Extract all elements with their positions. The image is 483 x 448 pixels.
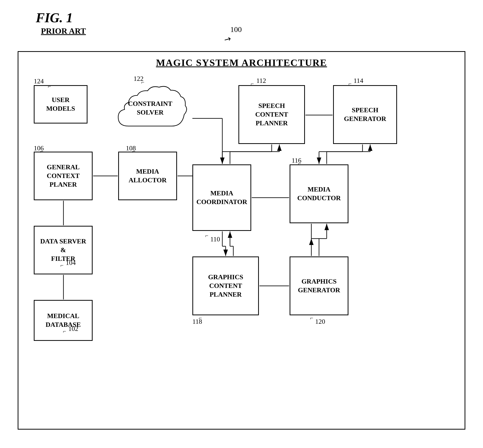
- diagram-box: MAGIC SYSTEM ARCHITECTURE: [18, 51, 465, 430]
- ref-104-brace: ⌐: [60, 262, 63, 269]
- speech-content-planner-label: SPEECHCONTENTPLANNER: [255, 102, 288, 127]
- ref-102-brace: ⌐: [63, 328, 66, 335]
- general-context-planer-label: GENERALCONTEXTPLANER: [47, 163, 80, 189]
- ref-100-label: 100: [230, 25, 242, 34]
- user-models-label: USERMODELS: [46, 96, 75, 113]
- general-context-planer-box: GENERALCONTEXTPLANER: [34, 152, 93, 200]
- ref-104: 104: [66, 259, 76, 267]
- media-conductor-box: MEDIACONDUCTOR: [290, 164, 348, 223]
- ref-120-brace: ⌐: [310, 315, 313, 321]
- medical-database-box: MEDICALDATABASE: [34, 300, 93, 341]
- ref-122-brace: ⌐: [141, 79, 144, 86]
- media-coordinator-box: MEDIACOORDINATOR: [192, 164, 251, 231]
- media-alloctor-label: MEDIAALLOCTOR: [129, 167, 167, 185]
- speech-generator-label: SPEECHGENERATOR: [344, 106, 386, 123]
- ref-110-brace: ⌐: [205, 232, 208, 239]
- media-coordinator-label: MEDIACOORDINATOR: [196, 189, 247, 206]
- ref-112: 112: [256, 77, 266, 85]
- fig-title: FIG. 1: [36, 10, 468, 25]
- prior-art-label: PRIOR ART: [41, 26, 468, 36]
- speech-content-planner-box: SPEECHCONTENTPLANNER: [238, 85, 305, 144]
- ref-124-brace: ⌐: [48, 83, 51, 90]
- speech-generator-box: SPEECHGENERATOR: [333, 85, 397, 144]
- ref-110: 110: [210, 236, 220, 243]
- media-conductor-label: MEDIACONDUCTOR: [297, 185, 341, 203]
- diagram-title: MAGIC SYSTEM ARCHITECTURE: [18, 52, 465, 68]
- user-models-box: USERMODELS: [34, 85, 87, 124]
- page: FIG. 1 PRIOR ART 100 ↙ MAGIC SYSTEM ARCH…: [0, 0, 483, 448]
- ref-112-brace: ⌐: [251, 81, 254, 87]
- ref-114-brace: ⌐: [348, 81, 352, 87]
- ref-118-brace: ⌐: [199, 315, 202, 321]
- constraint-solver-label: CONSTRAINTSOLVER: [128, 99, 172, 117]
- ref-124: 124: [34, 77, 44, 85]
- graphics-generator-label: GRAPHICSGENERATOR: [298, 277, 340, 295]
- ref-120: 120: [315, 318, 325, 326]
- graphics-content-planner-label: GRAPHICSCONTENTPLANNER: [208, 273, 243, 299]
- constraint-solver-cloud: CONSTRAINTSOLVER: [113, 80, 187, 136]
- graphics-generator-box: GRAPHICSGENERATOR: [290, 256, 348, 315]
- data-server-filter-label: DATA SERVER&FILTER: [40, 237, 86, 263]
- ref-106-brace: ⌐: [40, 148, 43, 155]
- ref-102: 102: [68, 325, 78, 333]
- ref-108-brace: ⌐: [132, 148, 135, 155]
- ref-116-brace: ⌐: [298, 160, 301, 167]
- media-alloctor-box: MEDIAALLOCTOR: [118, 152, 177, 200]
- graphics-content-planner-box: GRAPHICSCONTENTPLANNER: [192, 256, 259, 315]
- ref-114: 114: [354, 77, 363, 85]
